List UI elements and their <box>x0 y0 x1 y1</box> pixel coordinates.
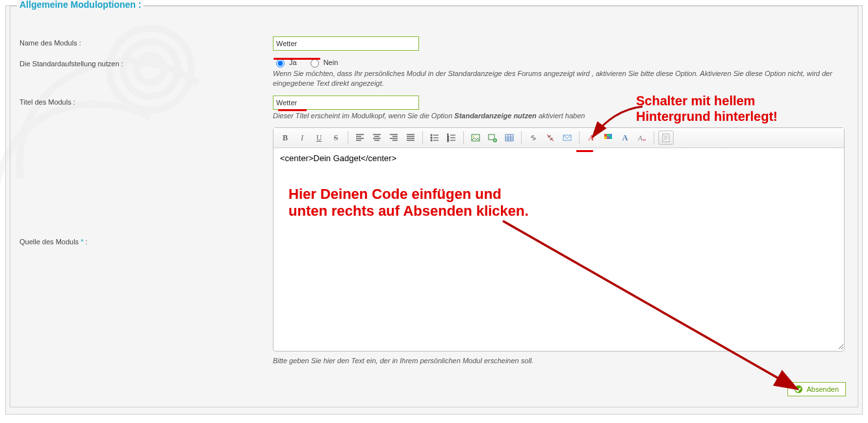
radio-no-label[interactable]: Nein <box>324 58 338 66</box>
row-module-title: Titel des Moduls : Dieser Titel erschein… <box>19 96 849 121</box>
module-name-input[interactable] <box>273 36 419 51</box>
toolbar-separator <box>579 131 580 144</box>
svg-rect-50 <box>609 136 612 139</box>
hint-module-source: Bitte geben Sie hier den Text ein, der i… <box>273 357 849 365</box>
remove-format-button[interactable]: A <box>634 131 650 145</box>
svg-rect-37 <box>505 135 513 141</box>
svg-text:3: 3 <box>447 138 449 142</box>
row-module-source: Quelle des Moduls * : B I U S <box>19 127 849 365</box>
hint-default-layout: Wenn Sie möchten, dass Ihr persönliches … <box>273 69 845 89</box>
radio-yes-label[interactable]: Ja <box>289 58 297 66</box>
svg-rect-47 <box>609 134 612 136</box>
underline-button[interactable]: U <box>311 131 327 145</box>
svg-rect-48 <box>604 136 607 139</box>
section-title: Allgemeine Moduloptionen : <box>17 0 144 10</box>
unordered-list-button[interactable] <box>427 131 442 145</box>
row-module-name: Name des Moduls : <box>19 36 849 51</box>
toolbar-separator <box>463 131 464 144</box>
label-module-title: Titel des Moduls : <box>19 96 273 106</box>
module-title-input[interactable] <box>273 96 419 110</box>
ordered-list-button[interactable]: 123 <box>444 131 459 145</box>
toolbar-separator <box>521 131 522 144</box>
svg-rect-52 <box>643 139 646 141</box>
hint-module-title: Dieser Titel erscheint im Modulkopf, wen… <box>273 111 845 121</box>
label-default-layout: Die Standardaufstellung nutzen : <box>19 57 273 68</box>
module-options-panel: Allgemeine Moduloptionen : Name des Modu… <box>5 5 863 415</box>
label-module-name: Name des Moduls : <box>19 36 273 47</box>
svg-point-21 <box>431 137 432 138</box>
align-left-button[interactable] <box>352 131 368 145</box>
toolbar-separator <box>654 131 654 144</box>
svg-rect-31 <box>472 135 479 141</box>
row-default-layout: Die Standardaufstellung nutzen : Ja Nein… <box>19 57 849 89</box>
svg-point-23 <box>431 140 432 141</box>
align-center-button[interactable] <box>369 131 385 145</box>
radio-yes[interactable] <box>276 59 285 68</box>
svg-rect-53 <box>663 134 669 142</box>
rich-text-editor: B I U S 123 <box>273 127 845 352</box>
toolbar-separator <box>348 131 348 144</box>
editor-toolbar: B I U S 123 <box>274 128 844 148</box>
svg-point-19 <box>431 135 432 136</box>
italic-button[interactable]: I <box>294 131 310 145</box>
svg-text:A: A <box>637 134 643 142</box>
check-icon <box>795 385 802 393</box>
module-options-fieldset: Allgemeine Moduloptionen : Name des Modu… <box>10 6 858 407</box>
insert-table-button[interactable] <box>502 131 517 145</box>
submit-button[interactable]: Absenden <box>787 382 846 396</box>
toolbar-separator <box>422 131 423 144</box>
font-size-button[interactable]: A <box>617 131 633 145</box>
radio-no[interactable] <box>311 59 319 68</box>
submit-button-label: Absenden <box>806 385 839 393</box>
align-right-button[interactable] <box>386 131 402 145</box>
text-color-button[interactable]: A <box>583 131 599 145</box>
editor-textarea[interactable] <box>274 148 844 350</box>
strike-button[interactable]: S <box>328 131 344 145</box>
svg-rect-46 <box>607 134 609 136</box>
source-mode-button[interactable] <box>658 131 674 145</box>
unlink-button[interactable] <box>542 131 558 145</box>
email-button[interactable] <box>559 131 575 145</box>
label-module-source: Quelle des Moduls * : <box>19 127 273 246</box>
insert-image-button[interactable] <box>468 131 483 145</box>
link-button[interactable] <box>526 131 541 145</box>
bold-button[interactable]: B <box>277 131 293 145</box>
svg-rect-33 <box>489 135 494 140</box>
host-image-button[interactable] <box>485 131 500 145</box>
align-justify-button[interactable] <box>403 131 418 145</box>
svg-point-32 <box>473 136 474 137</box>
svg-rect-45 <box>604 134 607 136</box>
svg-rect-49 <box>607 136 609 139</box>
color-palette-button[interactable] <box>600 131 616 145</box>
